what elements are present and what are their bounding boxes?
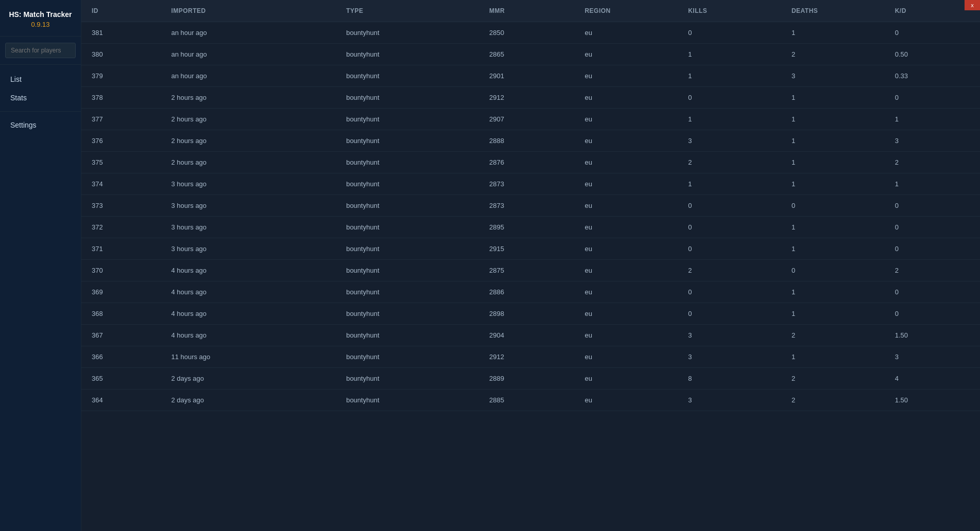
cell-region: eu	[574, 346, 678, 368]
table-row[interactable]: 3743 hours agobountyhunt2873eu111	[81, 173, 980, 195]
table-row[interactable]: 3674 hours agobountyhunt2904eu321.50	[81, 325, 980, 346]
table-header-row: ID IMPORTED TYPE MMR REGION KILLS DEATHS…	[81, 0, 980, 22]
table-row[interactable]: 3733 hours agobountyhunt2873eu000	[81, 195, 980, 217]
cell-mmr: 2904	[479, 325, 574, 346]
col-header-type: TYPE	[336, 0, 479, 22]
table-row[interactable]: 36611 hours agobountyhunt2912eu313	[81, 346, 980, 368]
app-title: HS: Match Tracker	[8, 10, 73, 19]
cell-deaths: 1	[781, 109, 885, 130]
cell-type: bountyhunt	[336, 152, 479, 173]
cell-mmr: 2901	[479, 65, 574, 87]
table-row[interactable]: 3694 hours agobountyhunt2886eu010	[81, 281, 980, 303]
cell-deaths: 1	[781, 87, 885, 109]
table-row[interactable]: 3704 hours agobountyhunt2875eu202	[81, 260, 980, 281]
cell-mmr: 2895	[479, 217, 574, 238]
cell-kd: 3	[885, 130, 980, 152]
cell-id: 374	[81, 173, 161, 195]
cell-region: eu	[574, 44, 678, 65]
cell-deaths: 1	[781, 217, 885, 238]
sidebar-item-list[interactable]: List	[0, 70, 81, 88]
table-row[interactable]: 3652 days agobountyhunt2889eu824	[81, 368, 980, 390]
cell-deaths: 1	[781, 303, 885, 325]
table-row[interactable]: 379an hour agobountyhunt2901eu130.33	[81, 65, 980, 87]
cell-kd: 0	[885, 195, 980, 217]
table-row[interactable]: 381an hour agobountyhunt2850eu010	[81, 22, 980, 44]
cell-region: eu	[574, 368, 678, 390]
cell-kd: 2	[885, 260, 980, 281]
cell-kd: 0	[885, 22, 980, 44]
table-header: ID IMPORTED TYPE MMR REGION KILLS DEATHS…	[81, 0, 980, 22]
cell-kd: 3	[885, 346, 980, 368]
main-content: ID IMPORTED TYPE MMR REGION KILLS DEATHS…	[81, 0, 980, 531]
cell-id: 381	[81, 22, 161, 44]
cell-type: bountyhunt	[336, 87, 479, 109]
cell-region: eu	[574, 22, 678, 44]
table-row[interactable]: 3684 hours agobountyhunt2898eu010	[81, 303, 980, 325]
cell-kd: 0	[885, 217, 980, 238]
cell-mmr: 2885	[479, 390, 574, 411]
cell-kills: 3	[678, 325, 781, 346]
matches-table: ID IMPORTED TYPE MMR REGION KILLS DEATHS…	[81, 0, 980, 411]
cell-region: eu	[574, 325, 678, 346]
col-header-deaths: DEATHS	[781, 0, 885, 22]
cell-imported: 11 hours ago	[161, 346, 336, 368]
cell-kd: 0	[885, 281, 980, 303]
cell-mmr: 2876	[479, 152, 574, 173]
table-row[interactable]: 3772 hours agobountyhunt2907eu111	[81, 109, 980, 130]
cell-deaths: 1	[781, 22, 885, 44]
sidebar: HS: Match Tracker 0.9.13 List Stats Sett…	[0, 0, 81, 531]
search-input[interactable]	[5, 43, 76, 58]
cell-imported: 3 hours ago	[161, 173, 336, 195]
cell-kills: 0	[678, 22, 781, 44]
cell-type: bountyhunt	[336, 260, 479, 281]
table-row[interactable]: 3713 hours agobountyhunt2915eu010	[81, 238, 980, 260]
cell-mmr: 2888	[479, 130, 574, 152]
cell-id: 375	[81, 152, 161, 173]
cell-kd: 0	[885, 303, 980, 325]
cell-region: eu	[574, 260, 678, 281]
cell-deaths: 0	[781, 260, 885, 281]
cell-imported: 3 hours ago	[161, 195, 336, 217]
cell-deaths: 3	[781, 65, 885, 87]
cell-mmr: 2865	[479, 44, 574, 65]
cell-type: bountyhunt	[336, 217, 479, 238]
cell-imported: 4 hours ago	[161, 303, 336, 325]
sidebar-item-stats[interactable]: Stats	[0, 88, 81, 107]
cell-mmr: 2912	[479, 87, 574, 109]
cell-kd: 1.50	[885, 325, 980, 346]
col-header-region: REGION	[574, 0, 678, 22]
cell-region: eu	[574, 65, 678, 87]
sidebar-item-settings[interactable]: Settings	[0, 116, 81, 134]
cell-region: eu	[574, 217, 678, 238]
table-row[interactable]: 3762 hours agobountyhunt2888eu313	[81, 130, 980, 152]
cell-id: 366	[81, 346, 161, 368]
cell-mmr: 2898	[479, 303, 574, 325]
table-row[interactable]: 3642 days agobountyhunt2885eu321.50	[81, 390, 980, 411]
sidebar-header: HS: Match Tracker 0.9.13	[0, 0, 81, 37]
cell-imported: 2 days ago	[161, 368, 336, 390]
cell-type: bountyhunt	[336, 22, 479, 44]
cell-id: 368	[81, 303, 161, 325]
close-button[interactable]: x	[965, 0, 980, 10]
cell-imported: 4 hours ago	[161, 325, 336, 346]
cell-region: eu	[574, 130, 678, 152]
cell-id: 377	[81, 109, 161, 130]
cell-deaths: 1	[781, 238, 885, 260]
cell-kd: 4	[885, 368, 980, 390]
cell-id: 378	[81, 87, 161, 109]
cell-imported: 3 hours ago	[161, 238, 336, 260]
cell-kills: 3	[678, 346, 781, 368]
table-row[interactable]: 380an hour agobountyhunt2865eu120.50	[81, 44, 980, 65]
table-row[interactable]: 3723 hours agobountyhunt2895eu010	[81, 217, 980, 238]
cell-deaths: 2	[781, 44, 885, 65]
cell-type: bountyhunt	[336, 281, 479, 303]
cell-mmr: 2912	[479, 346, 574, 368]
cell-mmr: 2915	[479, 238, 574, 260]
cell-imported: an hour ago	[161, 22, 336, 44]
cell-region: eu	[574, 238, 678, 260]
cell-deaths: 2	[781, 390, 885, 411]
table-row[interactable]: 3752 hours agobountyhunt2876eu212	[81, 152, 980, 173]
table-row[interactable]: 3782 hours agobountyhunt2912eu010	[81, 87, 980, 109]
cell-kd: 0	[885, 87, 980, 109]
cell-mmr: 2886	[479, 281, 574, 303]
